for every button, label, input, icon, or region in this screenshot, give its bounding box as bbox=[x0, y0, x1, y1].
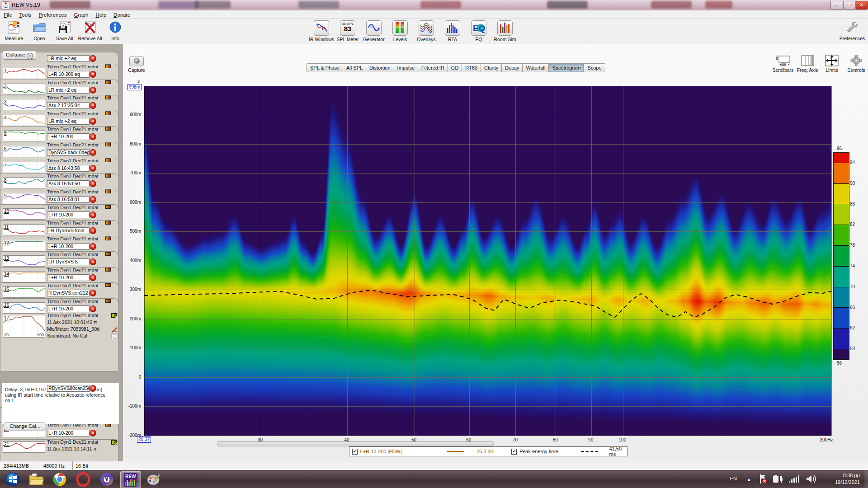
generator-button[interactable]: Generator bbox=[361, 20, 387, 43]
rta-button[interactable]: RTA bbox=[439, 20, 466, 43]
taskbar-app-chrome[interactable] bbox=[50, 471, 70, 488]
measurement-thumbnail[interactable]: 3 bbox=[3, 99, 45, 110]
selected-measurement-thumbnail[interactable]: 1720200 bbox=[3, 315, 45, 338]
taskbar-clock[interactable]: 8:38 μμ 19/12/2021 bbox=[835, 472, 860, 486]
measure-button[interactable]: Measure bbox=[1, 20, 27, 43]
measurement-thumbnail[interactable]: 1 bbox=[3, 68, 45, 79]
tab-scope[interactable]: Scope bbox=[584, 63, 605, 72]
measurement-thumbnail[interactable]: 12 bbox=[3, 240, 45, 251]
peak-energy-checkbox[interactable]: ✔ bbox=[511, 449, 517, 455]
measurement-thumbnail[interactable]: 6 bbox=[3, 146, 45, 157]
x-axis-min-input[interactable]: 20,37 bbox=[137, 436, 151, 443]
delete-measurement-button[interactable] bbox=[90, 102, 96, 109]
tab-filtered-ir[interactable]: Filtered IR bbox=[418, 63, 448, 72]
taskbar-app-paint[interactable] bbox=[144, 471, 164, 488]
preferences-button[interactable]: Preferences bbox=[839, 20, 865, 43]
delete-measurement-button[interactable] bbox=[90, 118, 96, 125]
delete-measurement-button[interactable] bbox=[90, 290, 96, 296]
measurement-name-input[interactable]: L+R 10-200 bbox=[47, 243, 90, 250]
edit-notes-icon[interactable] bbox=[111, 439, 118, 445]
delete-measurement-button[interactable] bbox=[90, 149, 96, 156]
tab-distortion[interactable]: Distortion bbox=[366, 63, 394, 72]
start-button[interactable] bbox=[3, 471, 23, 488]
measurement-name-input[interactable]: Δεκ 8 16:43:58 bbox=[47, 165, 90, 172]
limits-button[interactable]: Limits bbox=[819, 55, 844, 75]
menu-help[interactable]: Help bbox=[92, 11, 110, 19]
delete-measurement-button[interactable] bbox=[90, 305, 96, 312]
delete-measurement-button[interactable] bbox=[90, 55, 96, 62]
taskbar-app-opera[interactable] bbox=[73, 471, 93, 488]
measurement-name-input[interactable]: L+R 10-200 eq bbox=[47, 71, 90, 78]
tab-spectrogram[interactable]: Spectrogram bbox=[549, 63, 584, 72]
measurement-thumbnail[interactable]: 15 bbox=[3, 286, 45, 298]
tab-impulse[interactable]: Impulse bbox=[394, 63, 419, 72]
measurement-name-input[interactable]: L+R 10-200 bbox=[47, 305, 90, 312]
trace-checkbox[interactable]: ✔ bbox=[352, 449, 358, 455]
measurement-thumbnail[interactable]: 7 bbox=[3, 162, 45, 173]
language-indicator[interactable]: EN bbox=[730, 476, 737, 481]
measurement-name-input[interactable]: Δεκ 8 16:53:50 bbox=[47, 180, 90, 187]
eq-button[interactable]: EQEQ bbox=[466, 20, 492, 43]
measurement-thumbnail[interactable]: 4 bbox=[3, 115, 45, 126]
delete-measurement-button[interactable] bbox=[90, 180, 96, 187]
measurement-thumbnail[interactable]: 10 bbox=[3, 208, 45, 220]
tray-expand-arrow-icon[interactable]: ▲ bbox=[746, 477, 751, 482]
measurement-thumbnail[interactable]: 13 bbox=[3, 255, 45, 267]
delete-measurement-button[interactable] bbox=[90, 71, 96, 78]
info-button[interactable]: Info bbox=[102, 20, 128, 43]
maximize-button[interactable]: ❐ bbox=[843, 1, 856, 9]
measurement-thumbnail[interactable]: 21 bbox=[3, 441, 45, 453]
freq-axis-button[interactable]: Freq. Axis bbox=[795, 55, 820, 75]
tab-spl-phase[interactable]: SPL & Phase bbox=[307, 63, 343, 72]
battery-icon[interactable] bbox=[772, 474, 783, 484]
delete-measurement-button[interactable] bbox=[90, 227, 96, 234]
measurement-name-input[interactable]: L+R 10-200 bbox=[47, 430, 90, 436]
measurement-name-input[interactable]: R DynSVS cen212 bbox=[47, 290, 90, 296]
minimize-button[interactable]: – bbox=[830, 1, 843, 9]
menu-tools[interactable]: Tools bbox=[16, 11, 35, 19]
tab-gd[interactable]: GD bbox=[448, 63, 462, 72]
measurement-thumbnail[interactable]: 9 bbox=[3, 193, 45, 204]
delete-measurement-button[interactable] bbox=[90, 243, 96, 250]
measurement-name-input[interactable]: RDynSVS80cen250 bbox=[47, 385, 90, 392]
tab-all-spl[interactable]: All SPL bbox=[343, 63, 366, 72]
tab-decay[interactable]: Decay bbox=[502, 63, 523, 72]
ir-windows-button[interactable]: IR Windows bbox=[308, 20, 335, 43]
delete-measurement-button[interactable] bbox=[90, 196, 96, 203]
collapse-button[interactable]: Collapse « bbox=[3, 50, 36, 60]
close-button[interactable]: ✕ bbox=[856, 1, 868, 9]
room-sim-button[interactable]: Room Sim bbox=[492, 20, 518, 43]
mic-cal-icon[interactable] bbox=[111, 326, 118, 332]
open-button[interactable]: Open bbox=[26, 20, 52, 43]
action-center-flag-icon[interactable] bbox=[759, 474, 768, 485]
horizontal-scrollbar[interactable] bbox=[217, 441, 494, 446]
measurement-thumbnail[interactable]: 2 bbox=[3, 84, 45, 95]
menu-preferences[interactable]: Preferences bbox=[35, 11, 70, 19]
capture-button[interactable]: Capture bbox=[127, 56, 146, 75]
measurement-name-input[interactable]: L+R 10-200 bbox=[47, 274, 90, 281]
show-desktop-button[interactable] bbox=[864, 470, 868, 488]
measurement-thumbnail[interactable]: 5 bbox=[3, 130, 45, 141]
scrollbars-button[interactable]: Scrollbars bbox=[770, 55, 796, 75]
edit-notes-icon[interactable] bbox=[111, 313, 118, 319]
measurement-name-input[interactable]: LR DynSVS front bbox=[47, 227, 90, 234]
title-bar[interactable]: REW V5,19 – ❐ ✕ bbox=[0, 0, 868, 11]
measurement-name-input[interactable]: L+R 10-200 bbox=[47, 133, 90, 140]
taskbar-app-rew[interactable]: REWV5.1 bbox=[120, 471, 141, 488]
menu-file[interactable]: File bbox=[0, 11, 16, 19]
menu-donate[interactable]: Donate bbox=[110, 11, 134, 19]
measurement-name-input[interactable]: LR mic +2 eq bbox=[47, 55, 90, 62]
y-axis-max-input[interactable]: 998m bbox=[127, 84, 142, 90]
measurement-thumbnail[interactable]: 8 bbox=[3, 177, 45, 188]
delete-measurement-button[interactable] bbox=[90, 258, 96, 265]
measurement-thumbnail[interactable]: 11 bbox=[3, 224, 45, 235]
delete-measurement-button[interactable] bbox=[90, 274, 96, 281]
measurement-name-input[interactable]: Δεκ 2 17:25:04 bbox=[47, 102, 90, 109]
measurement-thumbnail[interactable]: 16 bbox=[3, 302, 45, 314]
levels-button[interactable]: 0369Levels bbox=[387, 20, 413, 43]
delete-measurement-button[interactable] bbox=[90, 385, 96, 392]
menu-graph[interactable]: Graph bbox=[70, 11, 92, 19]
measurement-name-input[interactable]: DynSVS back 0deg bbox=[47, 149, 90, 156]
measurement-name-input[interactable]: LR DynSVS ls bbox=[47, 258, 90, 265]
measurement-name-input[interactable]: Δεκ 8 16:58:01 bbox=[47, 196, 90, 203]
